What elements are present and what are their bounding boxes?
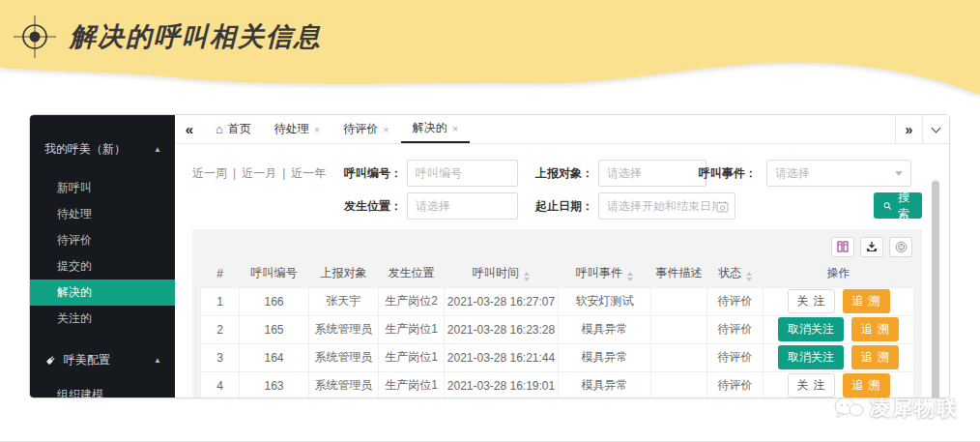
sidebar: 我的呼美（新） ▲ 新呼叫 待处理 待评价 提交的 解决的 关注的 呼美配置 ▲: [30, 115, 175, 398]
sort-icon[interactable]: [627, 272, 633, 281]
table-toolbar: [200, 233, 914, 260]
location-input[interactable]: [407, 192, 518, 220]
cell-call-number: 166: [240, 287, 309, 315]
tab-resolved[interactable]: 解决的 ×: [401, 115, 470, 143]
crosshair-target-icon: [14, 15, 56, 58]
search-button[interactable]: 搜索: [874, 192, 922, 219]
sidebar-item-followed[interactable]: 关注的: [30, 306, 175, 332]
cell-report-target: 系统管理员: [309, 343, 379, 371]
col-report-target: 上报对象: [309, 260, 379, 287]
columns-icon: [837, 241, 849, 252]
cell-event-desc: [651, 371, 707, 398]
sort-icon[interactable]: [524, 272, 530, 281]
report-target-label: 上报对象：: [526, 160, 593, 187]
chevron-down-icon: [932, 123, 941, 133]
status-badge: 待评价: [707, 315, 764, 343]
cell-call-time: 2021-03-28 16:23:28: [445, 315, 559, 343]
cell-index: 2: [201, 315, 240, 343]
cell-call-event: 模具异常: [559, 315, 651, 343]
cell-report-target: 系统管理员: [309, 315, 379, 343]
select-placeholder: 请选择: [775, 165, 810, 182]
tab-home[interactable]: ⌂ 首页: [204, 115, 263, 143]
quick-link-last-year[interactable]: 近一年: [291, 166, 326, 180]
sidebar-group-label: 呼美配置: [64, 352, 110, 368]
search-icon: [883, 200, 892, 212]
col-call-number: 呼叫编号: [240, 260, 309, 287]
export-button[interactable]: [860, 237, 883, 257]
cell-call-number: 163: [240, 371, 309, 398]
tabs-scroll-right-icon[interactable]: »: [895, 115, 922, 143]
sidebar-item-submitted[interactable]: 提交的: [30, 253, 175, 280]
tabs-collapse-left-icon[interactable]: «: [175, 115, 204, 143]
call-number-input[interactable]: [407, 160, 518, 187]
main-area: « ⌂ 首页 待处理 × 待评价 × 解决的 × »: [175, 115, 949, 398]
sidebar-item-new-call[interactable]: 新呼叫: [30, 175, 175, 201]
vertical-scrollbar[interactable]: [932, 179, 939, 398]
page-banner: 解决的呼叫相关信息: [0, 0, 980, 103]
download-icon: [866, 241, 878, 252]
cell-call-time: 2021-03-28 16:21:44: [445, 343, 559, 371]
tabs-menu-icon[interactable]: [922, 115, 949, 143]
trace-button[interactable]: 追溯: [843, 289, 890, 313]
status-badge: 待评价: [707, 371, 764, 398]
col-location: 发生位置: [379, 260, 445, 287]
chat-bubbles-icon: [833, 396, 864, 421]
follow-button[interactable]: 关注: [788, 289, 835, 313]
col-event-desc: 事件描述: [651, 260, 707, 287]
quick-date-links: 近一周|近一月|近一年: [192, 165, 326, 182]
unfollow-button[interactable]: 取消关注: [778, 345, 844, 369]
sidebar-group-my-calls[interactable]: 我的呼美（新） ▲: [30, 136, 175, 162]
cell-call-number: 164: [240, 343, 309, 371]
calls-table: # 呼叫编号 上报对象 发生位置 呼叫时间 呼叫事件 事件描述 状态 操作: [200, 260, 914, 398]
page: { "banner": { "title": "解决的呼叫相关信息" }, "s…: [0, 0, 980, 442]
app-window: 我的呼美（新） ▲ 新呼叫 待处理 待评价 提交的 解决的 关注的 呼美配置 ▲: [29, 114, 950, 398]
close-icon[interactable]: ×: [452, 123, 458, 134]
sidebar-item-resolved[interactable]: 解决的: [30, 280, 175, 306]
sidebar-group-call-config[interactable]: 呼美配置 ▲: [30, 347, 175, 372]
cell-call-event: 模具异常: [559, 343, 651, 371]
columns-settings-button[interactable]: [831, 237, 854, 257]
col-status[interactable]: 状态: [707, 260, 764, 287]
col-call-time[interactable]: 呼叫时间: [445, 260, 559, 287]
sort-icon[interactable]: [746, 272, 752, 281]
follow-button[interactable]: 关注: [788, 373, 835, 398]
col-actions: 操作: [764, 260, 914, 287]
close-icon[interactable]: ×: [383, 124, 389, 135]
cell-report-target: 张天宇: [309, 287, 379, 315]
print-button[interactable]: [889, 237, 912, 257]
call-event-select[interactable]: 请选择: [766, 160, 911, 187]
table-row: 3 164 系统管理员 生产岗位1 2021-03-28 16:21:44 模具…: [201, 343, 914, 371]
page-title: 解决的呼叫相关信息: [70, 19, 322, 54]
table-row: 4 163 系统管理员 生产岗位1 2021-03-28 16:19:01 模具…: [201, 371, 914, 398]
sidebar-group-label: 我的呼美（新）: [44, 141, 126, 158]
sidebar-item-org-modeling[interactable]: 组织建模: [30, 382, 175, 398]
table-header-row: # 呼叫编号 上报对象 发生位置 呼叫时间 呼叫事件 事件描述 状态 操作: [201, 260, 914, 287]
trace-button[interactable]: 追溯: [851, 345, 899, 369]
cell-location: 生产岗位1: [379, 371, 445, 398]
scrollbar-thumb[interactable]: [932, 181, 939, 398]
cell-index: 3: [201, 343, 240, 371]
calendar-icon: [716, 200, 729, 213]
date-range-picker[interactable]: [598, 192, 735, 220]
filter-section: 近一周|近一月|近一年 呼叫编号： 上报对象： 呼叫事件： 请选择 发生位置： …: [192, 154, 922, 229]
brand-name: 凌犀物联: [870, 395, 959, 422]
tab-pending[interactable]: 待处理 ×: [263, 115, 331, 143]
plug-icon: [44, 354, 57, 367]
quick-link-last-week[interactable]: 近一周: [192, 166, 227, 180]
collapse-arrow-icon: ▲: [154, 145, 161, 154]
date-range-input[interactable]: [607, 199, 716, 213]
cell-event-desc: [651, 287, 707, 315]
brand-watermark: 凌犀物联: [833, 395, 959, 422]
print-icon: [895, 241, 908, 253]
quick-link-last-month[interactable]: 近一月: [242, 166, 276, 180]
sidebar-item-pending[interactable]: 待处理: [30, 201, 175, 227]
col-call-event[interactable]: 呼叫事件: [559, 260, 651, 287]
trace-button[interactable]: 追溯: [851, 317, 899, 341]
sidebar-item-to-evaluate[interactable]: 待评价: [30, 227, 175, 253]
unfollow-button[interactable]: 取消关注: [778, 317, 844, 341]
separator: |: [282, 166, 285, 180]
tab-to-evaluate[interactable]: 待评价 ×: [331, 115, 400, 143]
close-icon[interactable]: ×: [314, 124, 320, 135]
content-area: 近一周|近一月|近一年 呼叫编号： 上报对象： 呼叫事件： 请选择 发生位置： …: [175, 144, 949, 398]
call-number-label: 呼叫编号：: [334, 160, 402, 187]
